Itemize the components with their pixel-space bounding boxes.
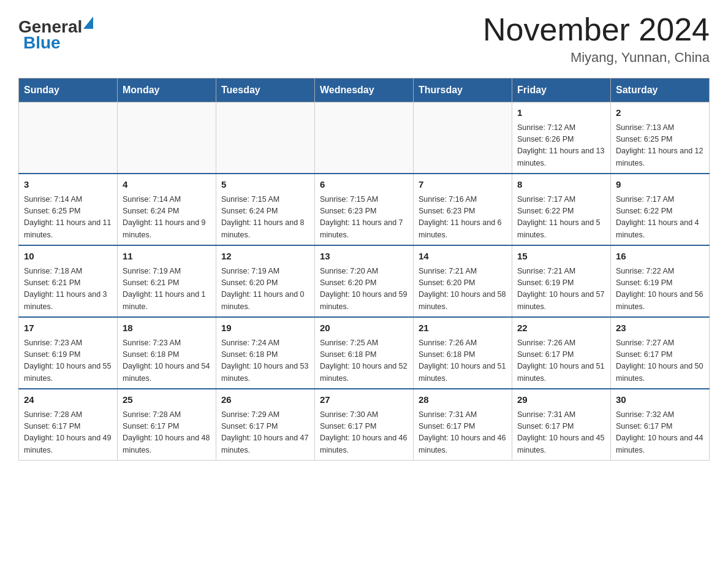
day-info: Sunrise: 7:27 AMSunset: 6:17 PMDaylight:… bbox=[616, 337, 704, 385]
day-info: Sunrise: 7:16 AMSunset: 6:23 PMDaylight:… bbox=[419, 194, 507, 242]
calendar-cell: 4Sunrise: 7:14 AMSunset: 6:24 PMDaylight… bbox=[118, 174, 216, 245]
calendar-cell: 11Sunrise: 7:19 AMSunset: 6:21 PMDayligh… bbox=[118, 245, 216, 317]
page-header: General Blue November 2024 Miyang, Yunna… bbox=[18, 12, 710, 66]
day-info: Sunrise: 7:12 AMSunset: 6:26 PMDaylight:… bbox=[517, 122, 605, 170]
calendar-cell: 2Sunrise: 7:13 AMSunset: 6:25 PMDaylight… bbox=[611, 102, 710, 174]
day-info: Sunrise: 7:23 AMSunset: 6:18 PMDaylight:… bbox=[123, 337, 211, 385]
calendar-cell: 9Sunrise: 7:17 AMSunset: 6:22 PMDaylight… bbox=[611, 174, 710, 245]
calendar-cell: 14Sunrise: 7:21 AMSunset: 6:20 PMDayligh… bbox=[414, 245, 512, 317]
day-number: 20 bbox=[320, 321, 408, 335]
day-number: 2 bbox=[616, 106, 704, 120]
calendar-cell: 16Sunrise: 7:22 AMSunset: 6:19 PMDayligh… bbox=[611, 245, 710, 317]
day-info: Sunrise: 7:21 AMSunset: 6:20 PMDaylight:… bbox=[419, 266, 507, 313]
calendar-cell bbox=[414, 102, 512, 174]
month-title: November 2024 bbox=[483, 12, 710, 47]
day-info: Sunrise: 7:31 AMSunset: 6:17 PMDaylight:… bbox=[517, 409, 605, 457]
calendar-cell: 19Sunrise: 7:24 AMSunset: 6:18 PMDayligh… bbox=[216, 317, 315, 389]
day-info: Sunrise: 7:14 AMSunset: 6:25 PMDaylight:… bbox=[24, 194, 112, 242]
day-info: Sunrise: 7:17 AMSunset: 6:22 PMDaylight:… bbox=[616, 194, 704, 242]
calendar-cell: 3Sunrise: 7:14 AMSunset: 6:25 PMDaylight… bbox=[19, 174, 118, 245]
day-header-sunday: Sunday bbox=[19, 79, 118, 102]
day-info: Sunrise: 7:31 AMSunset: 6:17 PMDaylight:… bbox=[419, 409, 507, 457]
calendar-cell: 5Sunrise: 7:15 AMSunset: 6:24 PMDaylight… bbox=[216, 174, 315, 245]
day-info: Sunrise: 7:19 AMSunset: 6:21 PMDaylight:… bbox=[123, 266, 211, 313]
day-number: 22 bbox=[517, 321, 605, 335]
day-header-wednesday: Wednesday bbox=[315, 79, 414, 102]
day-number: 24 bbox=[24, 393, 112, 407]
calendar-cell: 12Sunrise: 7:19 AMSunset: 6:20 PMDayligh… bbox=[216, 245, 315, 317]
calendar-cell: 6Sunrise: 7:15 AMSunset: 6:23 PMDaylight… bbox=[315, 174, 414, 245]
day-header-thursday: Thursday bbox=[414, 79, 512, 102]
calendar-cell: 10Sunrise: 7:18 AMSunset: 6:21 PMDayligh… bbox=[19, 245, 118, 317]
day-number: 6 bbox=[320, 178, 408, 192]
day-number: 9 bbox=[616, 178, 704, 192]
calendar-cell: 1Sunrise: 7:12 AMSunset: 6:26 PMDaylight… bbox=[512, 102, 611, 174]
day-number: 1 bbox=[517, 106, 605, 120]
day-info: Sunrise: 7:23 AMSunset: 6:19 PMDaylight:… bbox=[24, 337, 112, 385]
day-header-saturday: Saturday bbox=[611, 79, 710, 102]
day-number: 25 bbox=[123, 393, 211, 407]
day-info: Sunrise: 7:26 AMSunset: 6:18 PMDaylight:… bbox=[419, 337, 507, 385]
calendar-cell bbox=[216, 102, 315, 174]
calendar-cell: 30Sunrise: 7:32 AMSunset: 6:17 PMDayligh… bbox=[611, 389, 710, 461]
logo: General Blue bbox=[18, 12, 83, 53]
calendar-week-row: 10Sunrise: 7:18 AMSunset: 6:21 PMDayligh… bbox=[19, 245, 710, 317]
logo-blue: Blue bbox=[23, 33, 61, 53]
day-info: Sunrise: 7:30 AMSunset: 6:17 PMDaylight:… bbox=[320, 409, 408, 457]
day-info: Sunrise: 7:15 AMSunset: 6:24 PMDaylight:… bbox=[221, 194, 309, 242]
day-number: 21 bbox=[419, 321, 507, 335]
calendar-cell: 26Sunrise: 7:29 AMSunset: 6:17 PMDayligh… bbox=[216, 389, 315, 461]
day-info: Sunrise: 7:29 AMSunset: 6:17 PMDaylight:… bbox=[221, 409, 309, 457]
day-number: 7 bbox=[419, 178, 507, 192]
calendar-cell: 21Sunrise: 7:26 AMSunset: 6:18 PMDayligh… bbox=[414, 317, 512, 389]
day-info: Sunrise: 7:25 AMSunset: 6:18 PMDaylight:… bbox=[320, 337, 408, 385]
calendar-table: SundayMondayTuesdayWednesdayThursdayFrid… bbox=[18, 78, 710, 461]
day-header-friday: Friday bbox=[512, 79, 611, 102]
calendar-cell bbox=[315, 102, 414, 174]
day-number: 28 bbox=[419, 393, 507, 407]
calendar-cell: 20Sunrise: 7:25 AMSunset: 6:18 PMDayligh… bbox=[315, 317, 414, 389]
calendar-cell: 7Sunrise: 7:16 AMSunset: 6:23 PMDaylight… bbox=[414, 174, 512, 245]
day-info: Sunrise: 7:28 AMSunset: 6:17 PMDaylight:… bbox=[123, 409, 211, 457]
calendar-cell: 28Sunrise: 7:31 AMSunset: 6:17 PMDayligh… bbox=[414, 389, 512, 461]
calendar-week-row: 3Sunrise: 7:14 AMSunset: 6:25 PMDaylight… bbox=[19, 174, 710, 245]
calendar-cell bbox=[19, 102, 118, 174]
day-number: 11 bbox=[123, 250, 211, 264]
calendar-cell: 13Sunrise: 7:20 AMSunset: 6:20 PMDayligh… bbox=[315, 245, 414, 317]
day-number: 17 bbox=[24, 321, 112, 335]
day-number: 27 bbox=[320, 393, 408, 407]
calendar-week-row: 1Sunrise: 7:12 AMSunset: 6:26 PMDaylight… bbox=[19, 102, 710, 174]
calendar-cell: 17Sunrise: 7:23 AMSunset: 6:19 PMDayligh… bbox=[19, 317, 118, 389]
day-number: 4 bbox=[123, 178, 211, 192]
day-info: Sunrise: 7:13 AMSunset: 6:25 PMDaylight:… bbox=[616, 122, 704, 170]
calendar-cell: 15Sunrise: 7:21 AMSunset: 6:19 PMDayligh… bbox=[512, 245, 611, 317]
day-number: 16 bbox=[616, 250, 704, 264]
day-number: 14 bbox=[419, 250, 507, 264]
day-info: Sunrise: 7:28 AMSunset: 6:17 PMDaylight:… bbox=[24, 409, 112, 457]
calendar-cell: 29Sunrise: 7:31 AMSunset: 6:17 PMDayligh… bbox=[512, 389, 611, 461]
day-info: Sunrise: 7:19 AMSunset: 6:20 PMDaylight:… bbox=[221, 266, 309, 313]
day-info: Sunrise: 7:26 AMSunset: 6:17 PMDaylight:… bbox=[517, 337, 605, 385]
calendar-week-row: 17Sunrise: 7:23 AMSunset: 6:19 PMDayligh… bbox=[19, 317, 710, 389]
day-info: Sunrise: 7:32 AMSunset: 6:17 PMDaylight:… bbox=[616, 409, 704, 457]
day-number: 12 bbox=[221, 250, 309, 264]
day-header-tuesday: Tuesday bbox=[216, 79, 315, 102]
calendar-cell: 8Sunrise: 7:17 AMSunset: 6:22 PMDaylight… bbox=[512, 174, 611, 245]
calendar-cell: 18Sunrise: 7:23 AMSunset: 6:18 PMDayligh… bbox=[118, 317, 216, 389]
title-block: November 2024 Miyang, Yunnan, China bbox=[483, 12, 710, 66]
day-number: 15 bbox=[517, 250, 605, 264]
calendar-cell: 25Sunrise: 7:28 AMSunset: 6:17 PMDayligh… bbox=[118, 389, 216, 461]
day-number: 18 bbox=[123, 321, 211, 335]
location: Miyang, Yunnan, China bbox=[483, 50, 710, 66]
day-number: 3 bbox=[24, 178, 112, 192]
day-number: 29 bbox=[517, 393, 605, 407]
day-number: 30 bbox=[616, 393, 704, 407]
day-number: 13 bbox=[320, 250, 408, 264]
day-info: Sunrise: 7:21 AMSunset: 6:19 PMDaylight:… bbox=[517, 266, 605, 313]
calendar-week-row: 24Sunrise: 7:28 AMSunset: 6:17 PMDayligh… bbox=[19, 389, 710, 461]
day-number: 8 bbox=[517, 178, 605, 192]
day-number: 26 bbox=[221, 393, 309, 407]
day-info: Sunrise: 7:18 AMSunset: 6:21 PMDaylight:… bbox=[24, 266, 112, 313]
calendar-cell bbox=[118, 102, 216, 174]
calendar-cell: 27Sunrise: 7:30 AMSunset: 6:17 PMDayligh… bbox=[315, 389, 414, 461]
